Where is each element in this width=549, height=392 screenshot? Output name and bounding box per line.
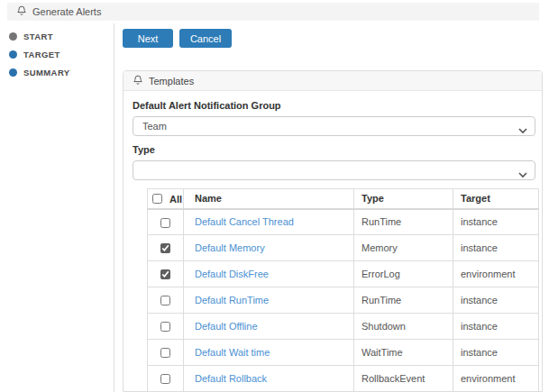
row-checkbox[interactable] — [160, 269, 170, 279]
row-checkbox[interactable] — [160, 374, 170, 384]
row-checkbox[interactable] — [160, 322, 170, 332]
step-target-bullet-icon — [9, 50, 17, 59]
type-label: Type — [133, 144, 535, 156]
notification-group-label: Default Alert Notification Group — [133, 100, 535, 112]
row-target: instance — [453, 340, 539, 366]
templates-table-wrap: All Name Type Target Default Cancel Thre… — [147, 188, 535, 392]
templates-panel: Templates Default Alert Notification Gro… — [123, 70, 543, 392]
row-type: WaitTime — [354, 340, 453, 366]
row-target: instance — [453, 209, 539, 235]
type-select[interactable] — [133, 160, 535, 180]
bell-icon — [133, 75, 143, 87]
wizard-steps: START TARGET SUMMARY — [9, 32, 70, 77]
table-row: Default Memory Memory instance — [148, 235, 539, 261]
table-row: Default DiskFree ErrorLog environment — [148, 261, 539, 287]
templates-panel-title: Templates — [149, 76, 194, 87]
row-type: Shutdown — [354, 314, 453, 340]
page-title: Generate Alerts — [32, 6, 101, 17]
step-target-label: TARGET — [23, 50, 60, 59]
table-row: Default Cancel Thread RunTime instance — [148, 209, 539, 235]
cancel-button[interactable]: Cancel — [179, 29, 232, 48]
template-link[interactable]: Default Cancel Thread — [195, 216, 294, 227]
row-type: RunTime — [354, 287, 453, 314]
template-link[interactable]: Default Offline — [195, 321, 258, 332]
row-checkbox[interactable] — [160, 296, 170, 305]
step-summary[interactable]: SUMMARY — [9, 68, 70, 77]
step-summary-bullet-icon — [9, 68, 17, 77]
header-all-cell: All — [148, 189, 184, 209]
step-start[interactable]: START — [9, 32, 70, 41]
template-link[interactable]: Default Rollback — [195, 373, 267, 384]
row-target: instance — [453, 287, 539, 314]
row-target: instance — [453, 235, 539, 261]
row-target: instance — [453, 314, 539, 340]
step-target[interactable]: TARGET — [9, 50, 70, 59]
select-all-checkbox[interactable] — [152, 194, 162, 204]
header-type-cell: Type — [354, 189, 453, 209]
row-type: RollbackEvent — [354, 366, 453, 392]
template-link[interactable]: Default RunTime — [195, 295, 269, 305]
step-start-bullet-icon — [9, 32, 17, 41]
template-link[interactable]: Default Wait time — [195, 347, 270, 358]
table-row: Default Wait time WaitTime instance — [148, 340, 539, 366]
table-header-row: All Name Type Target — [148, 189, 539, 209]
row-checkbox[interactable] — [160, 243, 170, 253]
templates-table: All Name Type Target Default Cancel Thre… — [147, 188, 539, 392]
templates-panel-body: Default Alert Notification Group Team Ty… — [124, 91, 542, 392]
select-all-label[interactable]: All — [169, 194, 182, 205]
templates-panel-header: Templates — [124, 71, 542, 91]
row-checkbox[interactable] — [160, 348, 170, 358]
row-type: Memory — [354, 235, 453, 261]
sidebar-divider — [114, 23, 114, 392]
table-row: Default Rollback RollbackEvent environme… — [148, 366, 539, 392]
step-start-label: START — [23, 32, 53, 41]
notification-group-select[interactable]: Team — [133, 116, 535, 136]
table-row: Default RunTime RunTime instance — [148, 287, 539, 314]
row-checkbox[interactable] — [160, 218, 170, 228]
row-target: environment — [453, 366, 539, 392]
row-type: ErrorLog — [354, 261, 453, 287]
step-summary-label: SUMMARY — [23, 68, 70, 77]
header-name-cell: Name — [184, 189, 354, 209]
template-link[interactable]: Default DiskFree — [195, 269, 269, 279]
template-link[interactable]: Default Memory — [195, 242, 265, 253]
header-target-cell: Target — [453, 189, 539, 209]
row-target: environment — [453, 261, 539, 287]
row-type: RunTime — [354, 209, 453, 235]
page-header: Generate Alerts — [7, 3, 539, 21]
bell-icon — [16, 5, 27, 18]
table-row: Default Offline Shutdown instance — [148, 314, 539, 340]
next-button[interactable]: Next — [123, 29, 173, 48]
